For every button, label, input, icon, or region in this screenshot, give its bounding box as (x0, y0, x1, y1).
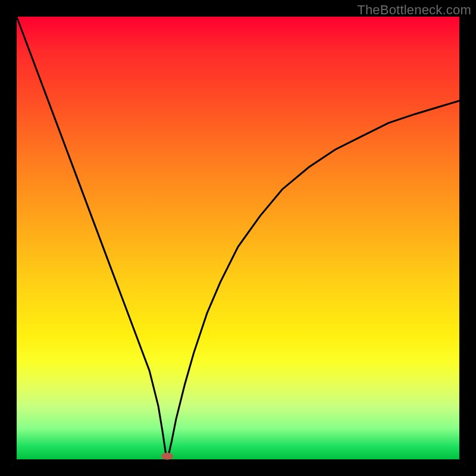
curve-right-branch (168, 101, 459, 457)
plot-area (17, 17, 459, 459)
minimum-marker (161, 453, 173, 460)
chart-svg (17, 17, 459, 459)
watermark-text: TheBottleneck.com (357, 2, 471, 18)
chart-frame: TheBottleneck.com (0, 0, 476, 476)
curve-left-branch (17, 17, 167, 457)
